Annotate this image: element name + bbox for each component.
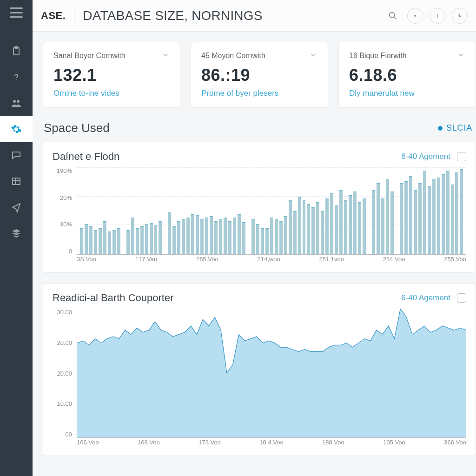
x-tick: 117.Vau	[135, 256, 157, 265]
y-tick: 20.00	[53, 339, 75, 346]
clipboard-icon	[11, 46, 22, 57]
y-tick: 20.00	[53, 370, 75, 377]
kpi-card-0: Sanal Boyer Cornwith 132.1 Omine to-ine …	[43, 42, 180, 108]
bar	[108, 231, 111, 254]
bar	[112, 230, 116, 254]
send-icon	[11, 202, 22, 213]
kpi-label: Sanal Boyer Cornwith	[53, 52, 126, 60]
chevron-down-icon	[161, 51, 170, 59]
sidebar-item-users[interactable]	[0, 90, 33, 116]
chart-panel-bar: Daínet e Flodn 6-40 Agement 190%20%30%0 …	[43, 142, 476, 273]
chart-range-label[interactable]: 6-40 Agement	[401, 293, 450, 303]
bar	[451, 185, 454, 254]
bar	[358, 202, 361, 254]
svg-rect-5	[13, 178, 20, 185]
bar	[172, 226, 176, 254]
chart-range-label[interactable]: 6-40 Agement	[401, 152, 450, 161]
area-chart: 30.0020.0020.0010.0000 166.Voo168.Voo173…	[53, 309, 466, 448]
bar	[191, 214, 194, 254]
bar	[418, 183, 422, 254]
sidebar-item-help[interactable]	[0, 64, 33, 90]
menu-toggle[interactable]	[8, 6, 25, 20]
bar	[261, 228, 264, 254]
search-icon	[388, 11, 398, 21]
info-icon	[434, 12, 441, 20]
y-tick: 30.00	[53, 309, 75, 316]
bar	[377, 183, 380, 254]
legend-dot-icon	[438, 126, 443, 131]
bar	[103, 221, 106, 254]
x-tick: 366.Voo	[444, 439, 466, 448]
bar	[460, 169, 463, 254]
chart-toggle-checkbox[interactable]	[457, 293, 466, 303]
bar	[284, 216, 287, 254]
y-tick: 0	[53, 248, 75, 255]
section-title: Space Used	[44, 121, 110, 135]
bar	[372, 190, 375, 254]
y-tick: 190%	[53, 167, 75, 174]
kpi-expand[interactable]	[457, 51, 465, 61]
bar	[131, 218, 134, 254]
sidebar-item-chat[interactable]	[0, 142, 33, 168]
bar	[353, 192, 357, 254]
section-legend[interactable]: SLCIA	[438, 123, 472, 133]
sidebar-item-send[interactable]	[0, 194, 33, 220]
bar	[307, 204, 310, 254]
search-button[interactable]	[385, 8, 401, 24]
bar	[321, 211, 324, 255]
dot-icon	[413, 14, 417, 18]
kpi-expand[interactable]	[309, 51, 317, 61]
bar	[154, 225, 158, 254]
x-tick: 255,Voo	[444, 256, 466, 265]
sidebar-item-clipboard[interactable]	[0, 38, 33, 64]
header-action-info[interactable]	[430, 8, 445, 24]
chart-title: Daínet e Flodn	[53, 151, 119, 163]
bar	[279, 221, 283, 254]
bar	[99, 228, 102, 254]
kpi-value: 86.:19	[201, 66, 317, 85]
kpi-sub: Dly manerulat new	[349, 89, 465, 98]
bar	[256, 224, 259, 254]
bar	[404, 181, 408, 254]
page-title: DATABASE SIZE, NORNINGS	[83, 8, 262, 23]
x-tick: 166.Voo	[77, 439, 99, 448]
bar	[414, 190, 417, 254]
bar	[177, 221, 180, 254]
sidebar-item-stack[interactable]	[0, 220, 33, 246]
bar	[423, 171, 426, 254]
header-action-dot[interactable]	[407, 8, 423, 24]
sidebar-item-table[interactable]	[0, 168, 33, 194]
bar	[242, 222, 245, 254]
bar	[325, 198, 329, 254]
svg-point-2	[16, 79, 17, 80]
kpi-sub: Prome of byer plesers	[201, 89, 317, 98]
bar	[390, 192, 394, 254]
bar	[311, 207, 315, 254]
bar	[89, 226, 93, 254]
kpi-expand[interactable]	[161, 51, 170, 61]
header-action-download[interactable]	[452, 8, 468, 24]
bar	[298, 197, 301, 254]
kpi-label: 45 Moyon Cornwith	[201, 52, 265, 60]
bar	[386, 179, 389, 254]
sidebar-item-settings[interactable]	[0, 116, 33, 142]
x-tick: 214,woo	[258, 256, 280, 265]
bar	[117, 228, 120, 254]
x-tick: 3S.Voo	[77, 256, 96, 265]
area-fill	[77, 309, 466, 437]
header: ASE. DATABASE SIZE, NORNINGS	[33, 0, 476, 32]
chart-title: Readici-al Barth Couporter	[53, 292, 173, 304]
svg-point-4	[17, 100, 20, 103]
bar	[381, 198, 384, 254]
bar	[150, 223, 153, 254]
chart-panel-area: Readici-al Barth Couporter 6-40 Agement …	[43, 283, 476, 456]
bar	[224, 218, 227, 254]
kpi-cards: Sanal Boyer Cornwith 132.1 Omine to-ine …	[43, 42, 476, 108]
bar	[80, 228, 83, 254]
content: Sanal Boyer Cornwith 132.1 Omine to-ine …	[33, 32, 476, 476]
x-tick: 105.Voo	[383, 439, 405, 448]
bar	[205, 218, 208, 254]
chart-toggle-checkbox[interactable]	[457, 152, 466, 161]
bar	[437, 178, 440, 254]
bar	[168, 212, 171, 254]
